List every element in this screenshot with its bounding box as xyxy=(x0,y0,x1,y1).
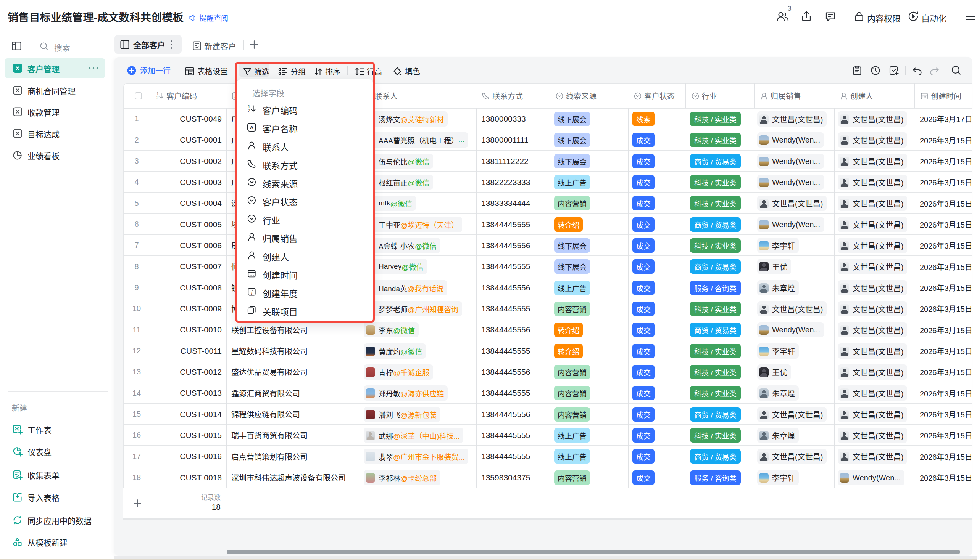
svg-text:2: 2 xyxy=(156,96,159,100)
